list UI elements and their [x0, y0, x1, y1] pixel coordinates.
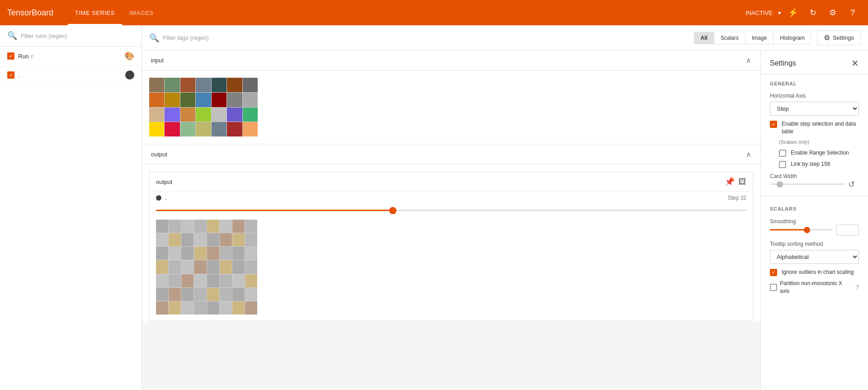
- run-2-color-swatch[interactable]: [125, 70, 134, 80]
- mosaic-cell: [212, 78, 226, 92]
- out-cell: [220, 301, 232, 315]
- output-image-display: [156, 220, 257, 315]
- enable-step-selection-checkbox[interactable]: ✓: [770, 121, 777, 128]
- link-by-step-row: Link by step 156: [770, 159, 868, 170]
- ignore-outliers-row: ✓ Ignore outliers in chart scaling: [761, 267, 868, 278]
- filter-image-btn[interactable]: Image: [745, 32, 774, 44]
- run-item-2: ✓ .: [0, 66, 142, 85]
- mosaic-cell: [196, 93, 211, 107]
- lightning-icon-btn[interactable]: ⚡: [785, 5, 801, 21]
- run-1-label: Run ↑: [18, 53, 121, 60]
- mosaic-cell: [149, 108, 164, 122]
- out-cell: [220, 274, 232, 287]
- mosaic-cell: [165, 93, 179, 107]
- out-cell: [245, 301, 257, 315]
- card-width-slider[interactable]: [770, 183, 845, 185]
- refresh-icon-btn[interactable]: ↻: [805, 5, 821, 21]
- mosaic-cell: [149, 122, 164, 136]
- filter-all-btn[interactable]: All: [694, 32, 714, 44]
- settings-toolbar-btn[interactable]: ⚙ Settings: [817, 30, 861, 45]
- out-cell: [207, 220, 219, 233]
- toolbar-search-input[interactable]: [163, 34, 298, 41]
- nav-time-series[interactable]: TIME SERIES: [68, 0, 122, 25]
- out-cell: [232, 233, 245, 246]
- run-2-label: .: [18, 72, 122, 79]
- out-cell: [181, 301, 193, 315]
- input-section-header: input ∧: [142, 51, 760, 70]
- out-cell: [232, 260, 245, 273]
- scalars-only-label: (Scalars only): [779, 139, 809, 145]
- help-icon-btn[interactable]: ?: [844, 5, 861, 21]
- mosaic-cell: [212, 108, 226, 122]
- filter-histogram-btn[interactable]: Histogram: [774, 32, 811, 44]
- input-collapse-btn[interactable]: ∧: [746, 56, 751, 65]
- out-cell: [181, 288, 193, 301]
- mosaic-cell: [165, 108, 179, 122]
- out-cell: [245, 260, 257, 273]
- brand-logo[interactable]: TensorBoard: [7, 8, 53, 18]
- card-width-controls: ↺: [770, 179, 859, 189]
- out-cell: [156, 301, 168, 315]
- enable-range-selection-label: Enable Range Selection: [791, 149, 849, 157]
- smoothing-value-input[interactable]: 0.6: [836, 225, 859, 235]
- out-cell: [245, 220, 257, 233]
- tooltip-sorting-row: Tooltip sorting method Alphabetical Asce…: [761, 238, 868, 267]
- content-area: input ∧: [142, 51, 868, 390]
- sidebar-search-input[interactable]: [21, 33, 134, 39]
- tooltip-sorting-select[interactable]: Alphabetical Ascending Descending Neares…: [770, 250, 859, 264]
- output-card: output 📌 🖼 . Step 32: [149, 172, 753, 321]
- out-cell: [245, 233, 257, 246]
- card-width-reset-btn[interactable]: ↺: [848, 179, 855, 189]
- mosaic-cell: [243, 122, 258, 136]
- run-2-checkbox[interactable]: ✓: [7, 71, 14, 79]
- settings-gear-icon: ⚙: [824, 33, 830, 42]
- output-step-slider[interactable]: [156, 210, 746, 211]
- smoothing-slider[interactable]: [770, 229, 833, 230]
- settings-icon-btn[interactable]: ⚙: [825, 5, 841, 21]
- out-cell: [232, 220, 245, 233]
- settings-divider-1: [761, 196, 868, 196]
- link-by-step-checkbox[interactable]: [779, 161, 786, 168]
- out-cell: [207, 301, 219, 315]
- output-run-dot-label: .: [165, 194, 167, 201]
- out-cell: [232, 274, 245, 287]
- out-cell: [220, 247, 232, 260]
- out-cell: [194, 220, 206, 233]
- run-1-checkbox[interactable]: ✓: [7, 52, 14, 60]
- mosaic-cell: [243, 108, 258, 122]
- partition-help-icon[interactable]: ?: [855, 284, 859, 291]
- enable-range-selection-checkbox[interactable]: [779, 150, 786, 157]
- mosaic-cell: [196, 122, 211, 136]
- out-cell: [232, 247, 245, 260]
- image-icon-btn[interactable]: 🖼: [738, 177, 746, 187]
- out-cell: [194, 247, 206, 260]
- nav-right-section: INACTIVE ▾ ⚡ ↻ ⚙ ?: [745, 5, 861, 21]
- out-cell: [245, 247, 257, 260]
- mosaic-cell: [227, 78, 242, 92]
- mosaic-cell: [149, 93, 164, 107]
- nav-links: TIME SERIES IMAGES: [68, 0, 745, 25]
- filter-scalars-btn[interactable]: Scalars: [714, 32, 745, 44]
- horizontal-axis-select[interactable]: Step Relative Wall: [770, 102, 859, 116]
- out-cell: [207, 288, 219, 301]
- output-run-dot: [156, 195, 161, 201]
- out-cell: [194, 274, 206, 287]
- partition-checkbox[interactable]: [770, 284, 777, 291]
- out-cell: [169, 288, 181, 301]
- out-cell: [156, 260, 168, 273]
- out-cell: [181, 233, 193, 246]
- input-section-title: input: [151, 57, 164, 64]
- out-cell: [207, 274, 219, 287]
- mosaic-cell: [227, 108, 242, 122]
- settings-panel-header: Settings ✕: [761, 51, 868, 75]
- ignore-outliers-checkbox[interactable]: ✓: [770, 269, 777, 276]
- output-collapse-btn[interactable]: ∧: [746, 150, 751, 159]
- nav-images[interactable]: IMAGES: [122, 0, 161, 25]
- palette-icon[interactable]: 🎨: [124, 51, 134, 61]
- enable-range-selection-row: Enable Range Selection: [770, 147, 868, 159]
- smoothing-controls: 0.6: [770, 225, 859, 235]
- out-cell: [156, 274, 168, 287]
- mosaic-cell: [149, 78, 164, 92]
- settings-close-btn[interactable]: ✕: [851, 58, 859, 69]
- pin-icon-btn[interactable]: 📌: [725, 177, 735, 187]
